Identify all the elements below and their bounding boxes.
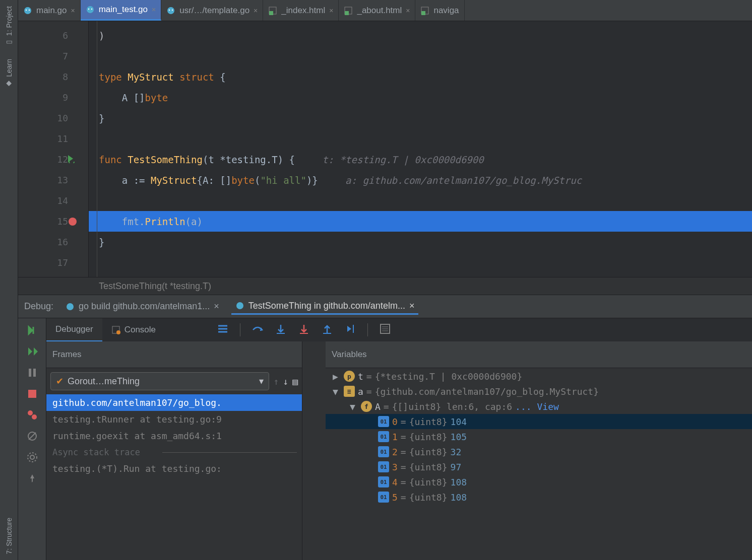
code-line[interactable] (89, 190, 752, 211)
svg-point-15 (67, 303, 74, 310)
variable-row[interactable]: 01 5 = {uint8} 108 (326, 489, 752, 505)
check-icon: ✔ (56, 376, 64, 387)
gutter-row[interactable]: 10 (18, 108, 88, 128)
stop-button[interactable] (24, 386, 40, 402)
variable-row[interactable]: 01 1 = {uint8} 105 (326, 429, 752, 444)
view-link[interactable]: ... View (515, 401, 559, 412)
frame-row[interactable]: runtime.goexit at asm_amd64.s:1 (46, 428, 302, 444)
variable-row[interactable]: 01 3 = {uint8} 97 (326, 459, 752, 474)
rerun-button[interactable] (24, 322, 40, 338)
gutter-row[interactable]: 17 (18, 252, 88, 273)
editor-tab[interactable]: naviga (415, 0, 464, 21)
editor-tab[interactable]: main.go× (18, 0, 81, 21)
gutter-row[interactable]: 6 (18, 25, 88, 46)
breakpoint-icon[interactable] (69, 218, 77, 226)
step-over-button[interactable] (252, 323, 264, 337)
learn-tool-tab[interactable]: ◆ Learn (3, 53, 15, 94)
filter-button[interactable]: ▤ (292, 376, 298, 387)
gutter-row[interactable]: 16 (18, 232, 88, 252)
close-icon[interactable]: × (214, 301, 219, 312)
goroutine-select[interactable]: ✔ Gorout…meThing ▾ (50, 372, 269, 390)
frame-row[interactable]: testing.tRunner at testing.go:9 (46, 411, 302, 428)
code-area[interactable]: )type MyStruct struct { A []byte}func Te… (89, 21, 752, 277)
gutter-row[interactable]: 13 (18, 170, 88, 190)
debug-config-1[interactable]: go build github.com/antelman1... × (61, 299, 223, 314)
gutter-row[interactable]: 7 (18, 46, 88, 66)
debugger-tab[interactable]: Debugger (46, 318, 102, 341)
variable-value: {uint8} (409, 462, 448, 472)
evaluate-button[interactable] (379, 323, 391, 337)
code-line[interactable]: } (89, 108, 752, 128)
variable-row[interactable]: ▼≡ a = {github.com/antelman107/go_blog.M… (326, 384, 752, 399)
svg-point-25 (28, 453, 37, 462)
line-number: 17 (54, 257, 68, 268)
svg-point-1 (26, 9, 27, 10)
close-icon[interactable]: × (329, 7, 333, 15)
settings-button[interactable] (24, 449, 40, 465)
run-to-cursor-button[interactable] (344, 323, 356, 337)
breadcrumb[interactable]: TestSomeThing(t *testing.T) (18, 277, 752, 295)
frame-row[interactable]: testing.(*T).Run at testing.go: (46, 460, 302, 477)
frame-row[interactable]: github.com/antelman107/go_blog. (46, 394, 302, 411)
editor-tab[interactable]: main_test.go× (81, 0, 162, 21)
run-test-icon[interactable] (67, 154, 76, 165)
go-file-icon (166, 6, 175, 15)
debug-config-2[interactable]: TestSomeThing in github.com/antelm... × (231, 299, 419, 315)
code-line[interactable]: type MyStruct struct { (89, 66, 752, 87)
variable-row[interactable]: ▶p t = {*testing.T | 0xc0000d6900} (326, 369, 752, 384)
project-tool-tab[interactable]: ▭ 1: Project (3, 0, 15, 53)
console-tab[interactable]: Console (102, 318, 165, 341)
gutter-row[interactable]: 11 (18, 128, 88, 149)
gutter[interactable]: 67891011121314151617 (18, 21, 89, 277)
gutter-row[interactable]: 12 (18, 149, 88, 170)
editor[interactable]: 67891011121314151617 )type MyStruct stru… (18, 21, 752, 277)
threads-icon[interactable] (217, 323, 229, 337)
line-number: 15 (54, 216, 68, 227)
mute-breakpoints-button[interactable] (24, 428, 40, 444)
disclosure-icon[interactable]: ▼ (350, 401, 358, 412)
code-line[interactable]: ) (89, 25, 752, 46)
structure-tool-tab[interactable]: 7: Structure (3, 512, 15, 560)
line-number: 11 (54, 133, 68, 144)
gutter-row[interactable]: 9 (18, 87, 88, 108)
code-line[interactable]: A []byte (89, 87, 752, 108)
variable-row[interactable]: 01 4 = {uint8} 108 (326, 474, 752, 489)
variable-value: {*testing.T | 0xc0000d6900} (375, 371, 523, 382)
editor-tab[interactable]: usr/…/template.go× (161, 0, 263, 21)
line-number: 6 (54, 30, 68, 41)
code-line[interactable] (89, 128, 752, 149)
debug-config-1-label: go build github.com/antelman1... (79, 301, 210, 312)
editor-tab[interactable]: _about.html× (339, 0, 415, 21)
disclosure-icon[interactable]: ▶ (333, 371, 341, 382)
close-icon[interactable]: × (71, 7, 75, 15)
step-into-button[interactable] (275, 323, 287, 337)
editor-tab[interactable]: _index.html× (263, 0, 339, 21)
prev-frame-button[interactable]: ↑ (273, 376, 279, 387)
close-icon[interactable]: × (152, 6, 156, 14)
debug-config-2-label: TestSomeThing in github.com/antelm... (248, 301, 405, 311)
gutter-row[interactable]: 8 (18, 66, 88, 87)
pin-button[interactable] (24, 470, 40, 486)
variable-row[interactable]: ▼f A = {[]uint8} len:6, cap:6... View (326, 399, 752, 414)
code-line[interactable] (89, 252, 752, 273)
close-icon[interactable]: × (406, 7, 410, 15)
code-line[interactable]: func TestSomeThing(t *testing.T) { t: *t… (89, 149, 752, 170)
disclosure-icon[interactable]: ▼ (333, 386, 341, 397)
pause-button[interactable] (24, 365, 40, 381)
code-line[interactable] (89, 46, 752, 66)
variable-row[interactable]: 01 0 = {uint8} 104 (326, 414, 752, 429)
next-frame-button[interactable]: ↓ (283, 376, 288, 387)
variable-row[interactable]: 01 2 = {uint8} 32 (326, 444, 752, 459)
view-breakpoints-button[interactable] (24, 407, 40, 423)
code-line[interactable]: } (89, 232, 752, 252)
resume-button[interactable] (24, 343, 40, 360)
code-line[interactable]: fmt.Println(a) (89, 211, 752, 232)
close-icon[interactable]: × (409, 301, 415, 311)
force-step-into-button[interactable] (298, 323, 310, 337)
code-line[interactable]: a := MyStruct{A: []byte("hi all")} a: gi… (89, 170, 752, 190)
gutter-row[interactable]: 14 (18, 190, 88, 211)
gutter-row[interactable]: 15 (18, 211, 88, 232)
step-out-button[interactable] (321, 323, 333, 337)
line-number: 8 (54, 72, 68, 82)
close-icon[interactable]: × (254, 7, 258, 15)
